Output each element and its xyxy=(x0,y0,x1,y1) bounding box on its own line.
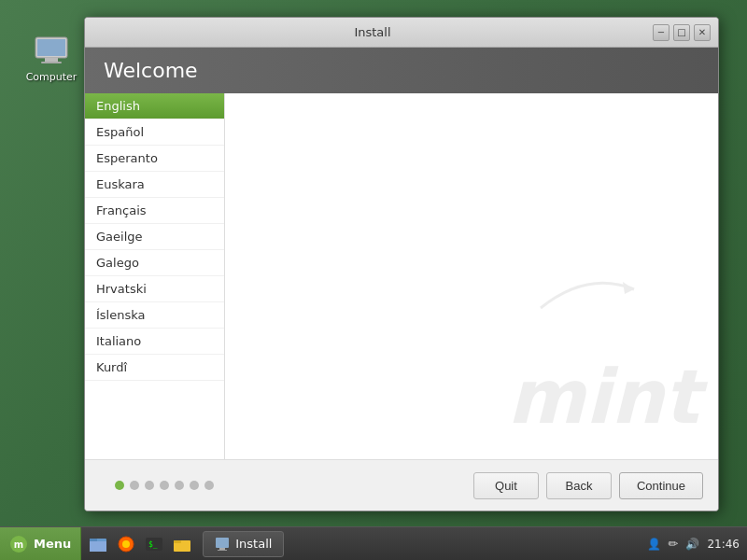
taskbar-icon-terminal[interactable]: $_ xyxy=(141,531,167,557)
svg-rect-16 xyxy=(216,538,229,548)
maximize-button[interactable]: □ xyxy=(673,24,690,41)
continue-button[interactable]: Continue xyxy=(619,472,703,499)
svg-rect-17 xyxy=(219,548,225,550)
window-content: EnglishEspañolEsperantoEuskaraFrançaisGa… xyxy=(85,93,718,459)
window-title: Install xyxy=(92,25,653,39)
svg-rect-15 xyxy=(174,540,181,543)
svg-text:$_: $_ xyxy=(148,540,158,549)
svg-rect-3 xyxy=(41,62,62,63)
progress-dot-5 xyxy=(190,481,199,490)
active-app-label: Install xyxy=(235,537,272,551)
clock: 21:46 xyxy=(707,538,740,551)
taskbar-icon-browser[interactable] xyxy=(113,531,139,557)
svg-rect-1 xyxy=(37,39,65,56)
language-item-galego[interactable]: Galego xyxy=(85,250,224,276)
language-item-english[interactable]: English xyxy=(85,93,224,119)
close-button[interactable]: ✕ xyxy=(694,24,711,41)
svg-rect-18 xyxy=(218,550,227,551)
titlebar-buttons: − □ ✕ xyxy=(653,24,711,41)
titlebar: Install − □ ✕ xyxy=(85,18,718,48)
window-header: Welcome xyxy=(85,48,718,93)
svg-point-11 xyxy=(122,540,130,548)
svg-text:m: m xyxy=(14,539,23,550)
right-content: mint xyxy=(225,93,718,459)
progress-dot-1 xyxy=(130,481,139,490)
window-footer: Quit Back Continue xyxy=(85,459,718,511)
language-item-esperanto[interactable]: Esperanto xyxy=(85,146,224,172)
watermark: mint xyxy=(507,354,699,441)
language-item-íslenska[interactable]: Íslenska xyxy=(85,302,224,329)
network-icon: ✏ xyxy=(669,537,679,551)
volume-icon: 🔊 xyxy=(685,538,699,551)
taskbar-right: 👤 ✏ 🔊 21:46 xyxy=(640,537,748,551)
desktop: Computer Install − □ ✕ Welcome EnglishEs… xyxy=(0,0,747,560)
back-button[interactable]: Back xyxy=(546,472,612,499)
desktop-icon-label: Computer xyxy=(26,71,78,83)
progress-dot-0 xyxy=(115,481,124,490)
minimize-button[interactable]: − xyxy=(653,24,669,41)
svg-rect-2 xyxy=(45,58,58,62)
svg-rect-9 xyxy=(90,539,97,541)
quit-button[interactable]: Quit xyxy=(473,472,539,499)
language-item-italiano[interactable]: Italiano xyxy=(85,329,224,355)
page-title: Welcome xyxy=(104,59,699,82)
language-list[interactable]: EnglishEspañolEsperantoEuskaraFrançaisGa… xyxy=(85,93,225,459)
taskbar-icon-filemanager[interactable] xyxy=(85,531,111,557)
language-item-hrvatski[interactable]: Hrvatski xyxy=(85,276,224,302)
taskbar-quick-launch: $_ xyxy=(81,527,199,560)
taskbar: m Menu xyxy=(0,526,747,560)
language-item-gaeilge[interactable]: Gaeilge xyxy=(85,224,224,250)
user-icon: 👤 xyxy=(647,538,661,551)
svg-marker-4 xyxy=(623,282,634,294)
language-item-français[interactable]: Français xyxy=(85,198,224,224)
language-item-español[interactable]: Español xyxy=(85,119,224,146)
desktop-icon-computer[interactable]: Computer xyxy=(19,28,84,87)
language-item-kurdî[interactable]: Kurdî xyxy=(85,355,224,381)
progress-dots xyxy=(100,481,466,490)
menu-label: Menu xyxy=(34,537,71,551)
install-window: Install − □ ✕ Welcome EnglishEspañolEspe… xyxy=(84,17,719,511)
language-item-euskara[interactable]: Euskara xyxy=(85,172,224,198)
progress-dot-4 xyxy=(175,481,184,490)
arrow-decoration xyxy=(531,261,643,320)
taskbar-active-app[interactable]: Install xyxy=(203,531,284,557)
progress-dot-6 xyxy=(204,481,214,490)
menu-button[interactable]: m Menu xyxy=(0,527,81,560)
progress-dot-3 xyxy=(160,481,169,490)
taskbar-icon-folder[interactable] xyxy=(169,531,195,557)
progress-dot-2 xyxy=(145,481,154,490)
svg-rect-8 xyxy=(90,541,106,552)
computer-icon xyxy=(33,32,70,69)
